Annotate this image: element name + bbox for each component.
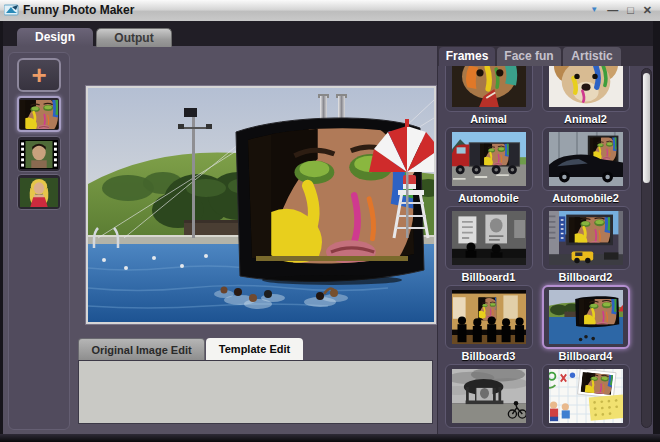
template-label: Billboard3 [462,349,516,364]
plus-icon: + [31,64,46,86]
template-thumbnail-frame [445,364,533,428]
template-thumbnail-image [452,211,526,265]
window-frame-right [653,21,660,442]
photo-thumb[interactable] [17,174,61,210]
close-button[interactable]: ✕ [643,2,652,18]
template-item[interactable]: Billboard1 [443,206,535,285]
edit-tools-panel [78,360,433,424]
template-thumbnail-image [452,369,526,423]
tab-design[interactable]: Design [17,28,93,46]
photo-thumbnail-image [20,140,58,169]
template-label: Automobile2 [552,191,619,206]
templates-panel: Frames Face fun Artistic Animal Animal2 … [437,46,653,434]
template-thumbnail-frame [542,127,630,191]
titlebar[interactable]: Funny Photo Maker ▼ — □ ✕ [0,0,660,22]
maximize-button[interactable]: □ [627,2,634,18]
tab-artistic[interactable]: Artistic [563,47,621,66]
template-thumbnail-image [549,290,623,344]
photo-thumb[interactable] [17,136,61,172]
template-label: Automobile [458,191,519,206]
template-thumbnail-frame [542,285,630,349]
app-logo-icon [4,3,19,17]
template-item[interactable]: Automobile2 [540,127,632,206]
preview-image [88,88,434,322]
template-item[interactable] [540,364,632,432]
template-thumbnail-frame [445,206,533,270]
template-thumbnail-frame [542,364,630,428]
window-title: Funny Photo Maker [23,3,134,17]
template-item[interactable] [443,364,535,432]
template-item[interactable]: Animal [443,66,535,127]
template-thumbnail-image [452,66,526,107]
photo-thumbnail-image [20,100,58,129]
tab-output[interactable]: Output [96,28,172,47]
scrollbar-track[interactable] [641,68,652,428]
tab-original-image-edit[interactable]: Original Image Edit [78,338,205,360]
template-item[interactable]: Automobile [443,127,535,206]
template-thumbnail-image [452,132,526,186]
template-thumbnail-frame [445,66,533,112]
template-item[interactable]: Billboard3 [443,285,535,364]
window-controls: ▼ — □ ✕ [590,2,652,18]
window-frame-left [0,21,3,442]
template-thumbnail-image [549,369,623,423]
tab-template-edit[interactable]: Template Edit [206,338,303,360]
photo-thumb[interactable] [17,96,61,132]
window-frame-bottom [0,434,660,442]
menu-dropdown-icon[interactable]: ▼ [590,2,598,18]
tab-frames[interactable]: Frames [439,47,495,66]
photo-sidebar: + [8,52,70,430]
template-label: Animal [470,112,507,127]
template-thumbnail-frame [445,127,533,191]
preview-canvas[interactable] [86,86,436,324]
template-label: Billboard1 [462,270,516,285]
template-thumbnail-image [452,290,526,344]
template-item[interactable]: Billboard2 [540,206,632,285]
template-item[interactable]: Billboard4 [540,285,632,364]
template-thumbnail-image [549,211,623,265]
template-thumbnail-frame [445,285,533,349]
template-thumbnail-frame [542,66,630,112]
template-thumbnail-image [549,66,623,107]
scrollbar-thumb[interactable] [643,73,650,183]
minimize-button[interactable]: — [607,2,618,18]
template-scroll-area: Animal Animal2 Automobile Automobile2 Bi [440,66,638,432]
template-label: Animal2 [564,112,607,127]
tab-face-fun[interactable]: Face fun [497,47,561,66]
photo-thumbnail-image [20,178,58,207]
template-label: Billboard4 [559,349,613,364]
template-label: Billboard2 [559,270,613,285]
template-thumbnail-image [549,132,623,186]
template-item[interactable]: Animal2 [540,66,632,127]
template-grid: Animal Animal2 Automobile Automobile2 Bi [440,66,638,432]
template-thumbnail-frame [542,206,630,270]
app-window: Funny Photo Maker ▼ — □ ✕ Design Output … [0,0,660,442]
add-photo-button[interactable]: + [17,58,61,92]
